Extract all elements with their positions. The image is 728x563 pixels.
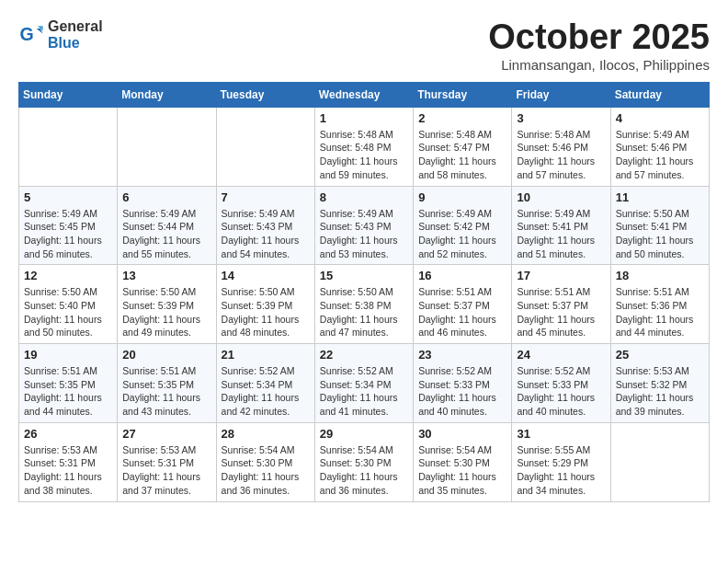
day-info: Sunrise: 5:50 AM Sunset: 5:40 PM Dayligh… xyxy=(24,285,112,339)
day-info: Sunrise: 5:49 AM Sunset: 5:41 PM Dayligh… xyxy=(517,207,605,261)
day-info: Sunrise: 5:51 AM Sunset: 5:37 PM Dayligh… xyxy=(517,285,605,339)
day-number: 19 xyxy=(24,348,112,362)
day-number: 29 xyxy=(320,427,408,441)
day-number: 14 xyxy=(222,269,310,282)
day-info: Sunrise: 5:48 AM Sunset: 5:47 PM Dayligh… xyxy=(418,128,506,182)
day-number: 8 xyxy=(320,190,408,204)
day-number: 15 xyxy=(320,269,408,282)
logo-icon: G xyxy=(18,22,44,48)
day-info: Sunrise: 5:54 AM Sunset: 5:30 PM Dayligh… xyxy=(320,443,408,498)
day-number: 9 xyxy=(418,190,506,204)
day-number: 11 xyxy=(616,190,704,204)
day-number: 27 xyxy=(122,427,210,441)
day-number: 13 xyxy=(122,269,210,282)
day-info: Sunrise: 5:52 AM Sunset: 5:34 PM Dayligh… xyxy=(320,364,408,419)
day-info: Sunrise: 5:48 AM Sunset: 5:48 PM Dayligh… xyxy=(320,128,408,182)
day-info: Sunrise: 5:51 AM Sunset: 5:36 PM Dayligh… xyxy=(616,285,704,339)
day-info: Sunrise: 5:52 AM Sunset: 5:34 PM Dayligh… xyxy=(222,364,310,419)
day-info: Sunrise: 5:50 AM Sunset: 5:39 PM Dayligh… xyxy=(222,285,310,339)
weekday-header-friday: Friday xyxy=(512,82,610,107)
day-info: Sunrise: 5:48 AM Sunset: 5:46 PM Dayligh… xyxy=(517,128,605,182)
calendar-cell: 15Sunrise: 5:50 AM Sunset: 5:38 PM Dayli… xyxy=(314,265,413,344)
day-info: Sunrise: 5:55 AM Sunset: 5:29 PM Dayligh… xyxy=(517,443,605,498)
day-number: 22 xyxy=(320,348,408,362)
calendar-cell: 23Sunrise: 5:52 AM Sunset: 5:33 PM Dayli… xyxy=(414,344,512,423)
calendar-cell xyxy=(19,107,118,186)
calendar-cell: 12Sunrise: 5:50 AM Sunset: 5:40 PM Dayli… xyxy=(19,265,118,344)
day-number: 30 xyxy=(418,427,506,441)
calendar-cell: 19Sunrise: 5:51 AM Sunset: 5:35 PM Dayli… xyxy=(19,344,118,423)
calendar-cell xyxy=(118,107,216,186)
day-info: Sunrise: 5:53 AM Sunset: 5:31 PM Dayligh… xyxy=(24,443,112,498)
page-header: G General Blue October 2025 Linmansangan… xyxy=(18,18,710,73)
day-number: 5 xyxy=(24,190,112,204)
day-info: Sunrise: 5:49 AM Sunset: 5:42 PM Dayligh… xyxy=(418,207,506,261)
calendar-cell: 16Sunrise: 5:51 AM Sunset: 5:37 PM Dayli… xyxy=(414,265,512,344)
month-title: October 2025 xyxy=(488,18,710,57)
calendar-cell: 10Sunrise: 5:49 AM Sunset: 5:41 PM Dayli… xyxy=(512,186,610,265)
calendar-cell: 18Sunrise: 5:51 AM Sunset: 5:36 PM Dayli… xyxy=(610,265,709,344)
calendar-week-row: 1Sunrise: 5:48 AM Sunset: 5:48 PM Daylig… xyxy=(19,107,710,186)
day-info: Sunrise: 5:51 AM Sunset: 5:37 PM Dayligh… xyxy=(418,285,506,339)
calendar-cell: 25Sunrise: 5:53 AM Sunset: 5:32 PM Dayli… xyxy=(610,344,709,423)
day-info: Sunrise: 5:52 AM Sunset: 5:33 PM Dayligh… xyxy=(517,364,605,419)
day-info: Sunrise: 5:50 AM Sunset: 5:38 PM Dayligh… xyxy=(320,285,408,339)
calendar-header-row: SundayMondayTuesdayWednesdayThursdayFrid… xyxy=(19,82,710,107)
calendar-cell: 30Sunrise: 5:54 AM Sunset: 5:30 PM Dayli… xyxy=(414,422,512,501)
weekday-header-sunday: Sunday xyxy=(19,82,118,107)
weekday-header-tuesday: Tuesday xyxy=(216,82,314,107)
calendar-week-row: 26Sunrise: 5:53 AM Sunset: 5:31 PM Dayli… xyxy=(19,422,710,501)
logo: G General Blue xyxy=(18,18,103,52)
day-number: 21 xyxy=(222,348,310,362)
weekday-header-wednesday: Wednesday xyxy=(314,82,413,107)
calendar-cell: 28Sunrise: 5:54 AM Sunset: 5:30 PM Dayli… xyxy=(216,422,314,501)
calendar-cell: 13Sunrise: 5:50 AM Sunset: 5:39 PM Dayli… xyxy=(118,265,216,344)
day-info: Sunrise: 5:53 AM Sunset: 5:31 PM Dayligh… xyxy=(122,443,210,498)
day-info: Sunrise: 5:49 AM Sunset: 5:45 PM Dayligh… xyxy=(24,207,112,261)
day-number: 1 xyxy=(320,111,408,125)
day-number: 17 xyxy=(517,269,605,282)
day-info: Sunrise: 5:53 AM Sunset: 5:32 PM Dayligh… xyxy=(616,364,704,419)
calendar-cell: 29Sunrise: 5:54 AM Sunset: 5:30 PM Dayli… xyxy=(314,422,413,501)
day-number: 12 xyxy=(24,269,112,282)
day-info: Sunrise: 5:54 AM Sunset: 5:30 PM Dayligh… xyxy=(222,443,310,498)
day-info: Sunrise: 5:54 AM Sunset: 5:30 PM Dayligh… xyxy=(418,443,506,498)
calendar-cell: 4Sunrise: 5:49 AM Sunset: 5:46 PM Daylig… xyxy=(610,107,709,186)
day-number: 23 xyxy=(418,348,506,362)
calendar-table: SundayMondayTuesdayWednesdayThursdayFrid… xyxy=(18,82,710,502)
calendar-cell: 14Sunrise: 5:50 AM Sunset: 5:39 PM Dayli… xyxy=(216,265,314,344)
location-text: Linmansangan, Ilocos, Philippines xyxy=(488,57,710,73)
day-info: Sunrise: 5:50 AM Sunset: 5:41 PM Dayligh… xyxy=(616,207,704,261)
calendar-week-row: 5Sunrise: 5:49 AM Sunset: 5:45 PM Daylig… xyxy=(19,186,710,265)
day-number: 28 xyxy=(222,427,310,441)
weekday-header-thursday: Thursday xyxy=(414,82,512,107)
day-number: 10 xyxy=(517,190,605,204)
day-info: Sunrise: 5:52 AM Sunset: 5:33 PM Dayligh… xyxy=(418,364,506,419)
day-number: 24 xyxy=(517,348,605,362)
title-block: October 2025 Linmansangan, Ilocos, Phili… xyxy=(488,18,710,73)
calendar-week-row: 19Sunrise: 5:51 AM Sunset: 5:35 PM Dayli… xyxy=(19,344,710,423)
calendar-cell: 31Sunrise: 5:55 AM Sunset: 5:29 PM Dayli… xyxy=(512,422,610,501)
calendar-cell: 7Sunrise: 5:49 AM Sunset: 5:43 PM Daylig… xyxy=(216,186,314,265)
day-number: 20 xyxy=(122,348,210,362)
calendar-cell: 9Sunrise: 5:49 AM Sunset: 5:42 PM Daylig… xyxy=(414,186,512,265)
logo-general-text: General xyxy=(48,18,103,35)
logo-blue-text: Blue xyxy=(48,35,103,52)
calendar-cell: 26Sunrise: 5:53 AM Sunset: 5:31 PM Dayli… xyxy=(19,422,118,501)
calendar-cell: 5Sunrise: 5:49 AM Sunset: 5:45 PM Daylig… xyxy=(19,186,118,265)
day-number: 26 xyxy=(24,427,112,441)
calendar-cell: 1Sunrise: 5:48 AM Sunset: 5:48 PM Daylig… xyxy=(314,107,413,186)
calendar-cell xyxy=(610,422,709,501)
calendar-cell: 20Sunrise: 5:51 AM Sunset: 5:35 PM Dayli… xyxy=(118,344,216,423)
day-number: 18 xyxy=(616,269,704,282)
day-info: Sunrise: 5:49 AM Sunset: 5:43 PM Dayligh… xyxy=(320,207,408,261)
day-info: Sunrise: 5:51 AM Sunset: 5:35 PM Dayligh… xyxy=(24,364,112,419)
day-number: 7 xyxy=(222,190,310,204)
calendar-cell: 3Sunrise: 5:48 AM Sunset: 5:46 PM Daylig… xyxy=(512,107,610,186)
calendar-cell: 6Sunrise: 5:49 AM Sunset: 5:44 PM Daylig… xyxy=(118,186,216,265)
day-info: Sunrise: 5:49 AM Sunset: 5:46 PM Dayligh… xyxy=(616,128,704,182)
calendar-week-row: 12Sunrise: 5:50 AM Sunset: 5:40 PM Dayli… xyxy=(19,265,710,344)
day-number: 6 xyxy=(122,190,210,204)
day-number: 16 xyxy=(418,269,506,282)
day-number: 4 xyxy=(616,111,704,125)
